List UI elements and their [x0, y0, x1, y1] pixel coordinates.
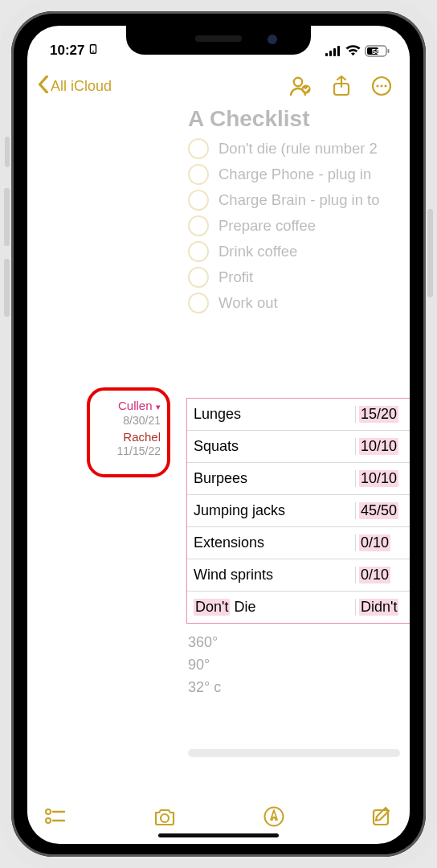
chevron-left-icon	[37, 76, 50, 97]
attribution-date: 11/15/22	[96, 444, 161, 458]
checkbox-icon	[188, 138, 209, 159]
status-time: 10:27	[50, 43, 84, 59]
checkbox-icon	[188, 164, 209, 185]
svg-rect-3	[329, 51, 332, 56]
table-cell-label[interactable]: Lunges	[187, 406, 356, 423]
table-row: Wind sprints 0/10	[187, 559, 410, 592]
wifi-icon	[345, 45, 361, 56]
checklist-item: Profit	[218, 268, 253, 286]
text-line: 90°	[188, 654, 221, 677]
table-row: Don't Die Didn't	[187, 592, 410, 623]
table-row: Jumping jacks 45/50	[187, 495, 410, 527]
svg-point-16	[384, 84, 386, 87]
svg-point-21	[161, 814, 169, 822]
svg-point-15	[380, 84, 382, 87]
note-content[interactable]: A Checklist Don't die (rule number 2 Cha…	[27, 104, 410, 792]
attribution-name[interactable]: Cullen	[118, 399, 153, 412]
note-footer-text: 360° 90° 32° c	[188, 632, 221, 699]
checkbox-icon	[188, 267, 209, 288]
note-title: A Checklist	[188, 106, 410, 132]
attribution-name[interactable]: Rachel	[96, 430, 161, 444]
chevron-down-icon: ▾	[156, 402, 161, 411]
checkbox-icon	[188, 241, 209, 262]
attribution-highlight: Cullen ▾ 8/30/21 Rachel 11/15/22	[87, 387, 170, 477]
svg-point-19	[46, 818, 51, 823]
back-button[interactable]: All iCloud	[37, 76, 284, 97]
text-line: 360°	[188, 632, 221, 654]
note-body-faded: A Checklist Don't die (rule number 2 Cha…	[188, 104, 410, 318]
checklist-item: Charge Brain - plug in to	[218, 191, 380, 209]
table-row: Burpees 10/10	[187, 463, 410, 495]
table-cell-label[interactable]: Don't Die	[187, 599, 356, 616]
table-cell-value[interactable]: Didn't	[356, 599, 410, 616]
table-cell-value[interactable]: 0/10	[356, 534, 410, 551]
table-cell-label[interactable]: Squats	[187, 438, 356, 455]
compose-icon[interactable]	[371, 806, 392, 827]
more-icon[interactable]	[371, 76, 392, 96]
home-indicator[interactable]	[158, 833, 279, 837]
cellular-signal-icon	[325, 46, 341, 56]
checklist-item: Prepare coffee	[218, 217, 316, 235]
checkbox-icon	[188, 293, 209, 313]
battery-icon: 58	[365, 45, 390, 57]
table-cell-label[interactable]: Wind sprints	[187, 567, 356, 583]
checklist-item: Work out	[218, 294, 278, 312]
table-cell-label[interactable]: Jumping jacks	[187, 502, 356, 519]
checklist-item: Don't die (rule number 2	[218, 140, 378, 158]
checklist-item: Drink coffee	[218, 243, 297, 260]
checklist-icon[interactable]	[45, 808, 66, 825]
svg-point-14	[376, 84, 378, 87]
svg-point-1	[93, 51, 95, 52]
table-cell-label[interactable]: Burpees	[187, 470, 356, 487]
svg-text:58: 58	[372, 47, 381, 55]
table-row: Squats 10/10	[187, 431, 410, 463]
markup-icon[interactable]	[263, 806, 284, 827]
checkbox-icon	[188, 190, 209, 211]
camera-icon[interactable]	[153, 807, 177, 826]
checklist-item: Charge Phone - plug in	[218, 166, 371, 183]
svg-point-10	[294, 78, 302, 86]
table-cell-label[interactable]: Extensions	[187, 534, 356, 551]
workout-table[interactable]: Lunges 15/20 Squats 10/10 Burpees 10/10 …	[186, 398, 410, 624]
back-label: All iCloud	[51, 78, 112, 95]
attribution-date: 8/30/21	[96, 414, 161, 428]
collaborate-icon[interactable]	[289, 76, 312, 96]
svg-rect-2	[325, 53, 328, 56]
divider	[188, 749, 400, 757]
checkbox-icon	[188, 215, 209, 236]
text-line: 32° c	[188, 677, 221, 699]
table-cell-value[interactable]: 45/50	[356, 502, 410, 519]
lock-orientation-icon	[88, 43, 99, 59]
table-cell-value[interactable]: 15/20	[356, 406, 410, 423]
svg-rect-4	[333, 48, 336, 56]
svg-rect-7	[388, 49, 390, 53]
svg-rect-5	[337, 46, 340, 56]
svg-point-17	[46, 809, 51, 814]
table-row: Extensions 0/10	[187, 527, 410, 559]
device-notch	[126, 26, 311, 55]
table-cell-value[interactable]: 10/10	[356, 438, 410, 455]
nav-bar: All iCloud	[27, 68, 410, 104]
table-row: Lunges 15/20	[187, 399, 410, 431]
table-cell-value[interactable]: 0/10	[356, 567, 410, 583]
table-cell-value[interactable]: 10/10	[356, 470, 410, 487]
share-icon[interactable]	[333, 76, 350, 96]
